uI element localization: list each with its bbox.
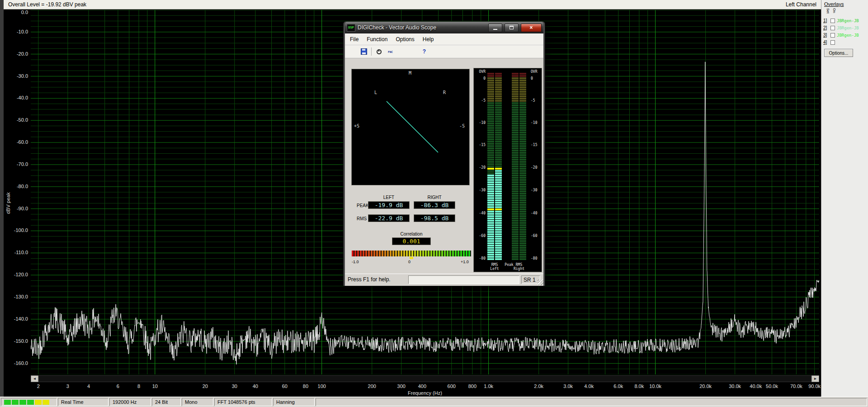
y-tick-label: -20.0 bbox=[4, 51, 28, 57]
meter-segment bbox=[512, 179, 519, 181]
meter-segment bbox=[512, 208, 519, 210]
y-tick-label: -50.0 bbox=[4, 117, 28, 123]
meter-segment bbox=[512, 104, 519, 106]
menu-options[interactable]: Options bbox=[392, 35, 418, 44]
correlation-segment bbox=[352, 251, 354, 256]
correlation-segment bbox=[406, 251, 408, 256]
meter-segment bbox=[519, 73, 526, 75]
digicheck-titlebar[interactable]: DSP DIGICheck - Vector Audio Scope × bbox=[345, 22, 543, 33]
open-button[interactable] bbox=[347, 47, 358, 57]
meter-segment bbox=[519, 91, 526, 93]
meter-segment bbox=[512, 256, 519, 258]
x-tick-label: 20 bbox=[203, 383, 208, 389]
meter-segment bbox=[487, 109, 494, 111]
meter-segment bbox=[487, 238, 494, 240]
meter-segment bbox=[519, 220, 526, 222]
save-button[interactable] bbox=[359, 47, 369, 57]
scroll-right-button[interactable]: ► bbox=[811, 375, 819, 382]
meter-segment bbox=[519, 141, 526, 142]
meter-segment bbox=[519, 251, 526, 253]
correlation-segment bbox=[368, 251, 370, 256]
menu-help[interactable]: Help bbox=[419, 35, 438, 44]
help-button[interactable]: ? bbox=[419, 47, 429, 57]
scroll-left-button[interactable]: ◄ bbox=[31, 375, 38, 382]
correlation-segment bbox=[433, 251, 435, 256]
overlay-on-checkbox[interactable] bbox=[830, 33, 835, 38]
resize-grip[interactable] bbox=[538, 279, 543, 285]
status-field-4: Mono bbox=[182, 398, 213, 406]
meter-segment bbox=[512, 254, 519, 256]
x-tick-label: 6 bbox=[117, 383, 119, 389]
meter-segment bbox=[495, 154, 502, 156]
channel-label: Left Channel bbox=[786, 1, 816, 8]
meter-segment bbox=[519, 145, 526, 147]
meter-segment bbox=[512, 186, 519, 188]
overlay-on-checkbox[interactable] bbox=[830, 40, 835, 45]
minimize-button[interactable] bbox=[488, 24, 502, 32]
overlay-number-button[interactable]: 4] bbox=[823, 40, 827, 45]
y-tick-label: -130.0 bbox=[4, 294, 28, 299]
meter-scale-left: -60 bbox=[475, 234, 486, 238]
meter-segment bbox=[519, 202, 526, 204]
overlay-on-checkbox[interactable] bbox=[830, 19, 835, 23]
meter-segment bbox=[487, 175, 494, 176]
signal-led bbox=[42, 400, 49, 405]
meter-segment bbox=[487, 163, 494, 165]
maximize-button[interactable] bbox=[505, 24, 519, 32]
meter-segment bbox=[512, 138, 519, 140]
meter-segment bbox=[487, 154, 494, 156]
close-button[interactable]: × bbox=[521, 24, 542, 32]
meter-segment bbox=[512, 114, 519, 115]
fnc-button[interactable]: FNC bbox=[385, 47, 396, 57]
meter-segment bbox=[487, 186, 494, 188]
meter-segment bbox=[519, 156, 526, 158]
meter-segment bbox=[512, 193, 519, 194]
overlay-on-checkbox[interactable] bbox=[830, 26, 835, 30]
function-select-button[interactable] bbox=[396, 47, 407, 57]
meter-segment bbox=[512, 84, 519, 86]
scrollbar-track[interactable] bbox=[38, 375, 811, 382]
brightness-button[interactable] bbox=[408, 47, 418, 57]
meter-segment bbox=[512, 175, 519, 176]
meter-segment bbox=[495, 242, 502, 244]
meter-segment bbox=[495, 222, 502, 224]
meter-segment bbox=[487, 147, 494, 149]
correlation-segment bbox=[384, 251, 386, 256]
meter-segment bbox=[512, 197, 519, 199]
meter-scale-left: -10 bbox=[475, 121, 486, 125]
meter-segment bbox=[512, 166, 519, 167]
meter-segment bbox=[495, 102, 502, 104]
overlay-number-button[interactable]: 3] bbox=[823, 33, 827, 38]
power-button[interactable] bbox=[374, 47, 384, 57]
overlay-number-button[interactable]: 1] bbox=[823, 18, 827, 23]
menu-file[interactable]: File bbox=[346, 35, 362, 44]
meter-segment bbox=[495, 208, 502, 210]
meter-segment bbox=[487, 256, 494, 258]
correlation-segment bbox=[417, 251, 419, 256]
overlays-options-button[interactable]: Options... bbox=[824, 49, 853, 57]
meter-segment bbox=[487, 258, 494, 260]
x-tick-label: 1.0k bbox=[484, 383, 493, 389]
meter-segment bbox=[487, 245, 494, 246]
meter-segment bbox=[487, 134, 494, 136]
meter-segment bbox=[487, 220, 494, 222]
menu-function[interactable]: Function bbox=[363, 35, 391, 44]
digicheck-toolbar: FNC? bbox=[345, 45, 543, 58]
meter-segment bbox=[495, 75, 502, 77]
meter-segment bbox=[487, 218, 494, 219]
x-tick-label: 100 bbox=[318, 383, 326, 389]
meter-segment bbox=[519, 229, 526, 231]
meter-segment bbox=[487, 75, 494, 77]
meter-segment bbox=[512, 134, 519, 136]
correlation-segment bbox=[357, 251, 359, 256]
meter-segment bbox=[519, 204, 526, 206]
meter-segment bbox=[487, 233, 494, 235]
meter-segment bbox=[519, 215, 526, 217]
meter-segment bbox=[495, 177, 502, 179]
signal-led bbox=[12, 400, 19, 405]
overlay-number-button[interactable]: 2] bbox=[823, 25, 827, 30]
meter-segment bbox=[519, 175, 526, 176]
correlation-segment bbox=[428, 251, 429, 256]
x-tick-label: 800 bbox=[468, 383, 476, 389]
maximize-icon bbox=[509, 26, 514, 29]
